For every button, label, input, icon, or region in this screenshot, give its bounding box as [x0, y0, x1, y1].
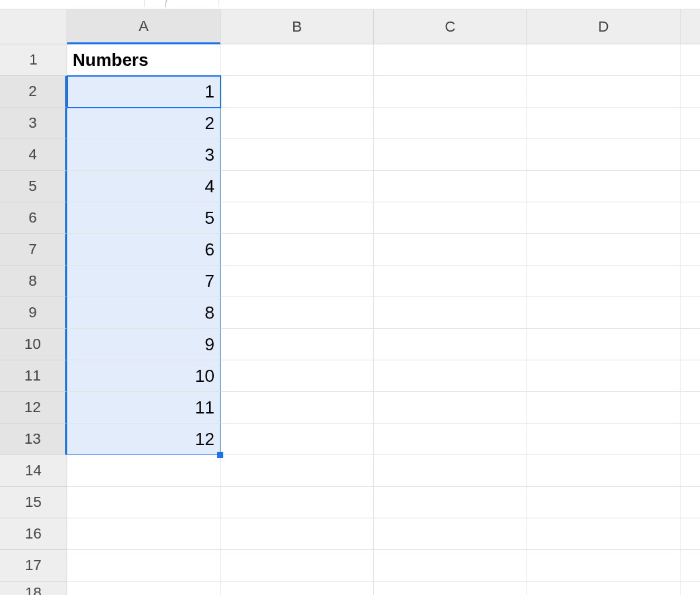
- cell[interactable]: [221, 455, 374, 487]
- cell[interactable]: Numbers: [67, 44, 221, 76]
- row-header[interactable]: 8: [0, 266, 67, 297]
- cell[interactable]: [374, 44, 527, 76]
- cell[interactable]: [527, 234, 680, 266]
- row-header[interactable]: 12: [0, 392, 67, 424]
- cell[interactable]: [680, 139, 700, 171]
- cell[interactable]: [680, 455, 700, 487]
- cell[interactable]: [221, 297, 374, 329]
- row-header[interactable]: 14: [0, 455, 67, 487]
- column-header[interactable]: A: [67, 9, 221, 44]
- cell[interactable]: [527, 202, 680, 234]
- cell[interactable]: [221, 329, 374, 360]
- cell[interactable]: [680, 202, 700, 234]
- row-header[interactable]: 5: [0, 171, 67, 202]
- cell[interactable]: [67, 550, 221, 582]
- cell[interactable]: [374, 392, 527, 424]
- cell[interactable]: [527, 44, 680, 76]
- cell[interactable]: [527, 329, 680, 360]
- column-header[interactable]: C: [374, 9, 527, 44]
- row-header[interactable]: 7: [0, 234, 67, 266]
- grid[interactable]: ABCD1Numbers2132435465768798109111012111…: [0, 9, 700, 595]
- cell[interactable]: [680, 76, 700, 108]
- cell[interactable]: [680, 550, 700, 582]
- cell[interactable]: [221, 360, 374, 392]
- cell[interactable]: [374, 424, 527, 455]
- cell[interactable]: [374, 329, 527, 360]
- cell[interactable]: [374, 171, 527, 202]
- cell[interactable]: [680, 360, 700, 392]
- cell[interactable]: [221, 582, 374, 595]
- cell[interactable]: [527, 550, 680, 582]
- cell[interactable]: [221, 108, 374, 139]
- select-all-corner[interactable]: [0, 9, 67, 44]
- cell[interactable]: [374, 202, 527, 234]
- cell[interactable]: [527, 424, 680, 455]
- row-header[interactable]: 1: [0, 44, 67, 76]
- cell[interactable]: [221, 424, 374, 455]
- cell[interactable]: [527, 392, 680, 424]
- cell[interactable]: 11: [67, 392, 221, 424]
- cell[interactable]: 7: [67, 266, 221, 297]
- cell[interactable]: [221, 266, 374, 297]
- cell[interactable]: [680, 487, 700, 518]
- cell[interactable]: [680, 424, 700, 455]
- cell[interactable]: [680, 44, 700, 76]
- cell[interactable]: 4: [67, 171, 221, 202]
- cell[interactable]: [221, 171, 374, 202]
- row-header[interactable]: 13: [0, 424, 67, 455]
- cell[interactable]: [527, 76, 680, 108]
- fill-handle[interactable]: [217, 452, 223, 458]
- cell[interactable]: [680, 266, 700, 297]
- cell[interactable]: [527, 171, 680, 202]
- cell[interactable]: [527, 360, 680, 392]
- column-header[interactable]: B: [221, 9, 374, 44]
- row-header[interactable]: 6: [0, 202, 67, 234]
- cell[interactable]: [221, 44, 374, 76]
- row-header[interactable]: 16: [0, 518, 67, 550]
- row-header[interactable]: 17: [0, 550, 67, 582]
- cell[interactable]: [221, 550, 374, 582]
- row-header[interactable]: 3: [0, 108, 67, 139]
- column-header[interactable]: [680, 9, 700, 44]
- cell[interactable]: 2: [67, 108, 221, 139]
- cell[interactable]: 3: [67, 139, 221, 171]
- cell[interactable]: [221, 392, 374, 424]
- cell[interactable]: [221, 234, 374, 266]
- cell[interactable]: [221, 139, 374, 171]
- row-header[interactable]: 18: [0, 582, 67, 595]
- cell[interactable]: [221, 487, 374, 518]
- cell[interactable]: [374, 76, 527, 108]
- cell[interactable]: [374, 487, 527, 518]
- cell[interactable]: [527, 266, 680, 297]
- cell[interactable]: 5: [67, 202, 221, 234]
- cell[interactable]: [67, 487, 221, 518]
- cell[interactable]: [374, 518, 527, 550]
- cell[interactable]: 8: [67, 297, 221, 329]
- cell[interactable]: [374, 582, 527, 595]
- row-header[interactable]: 4: [0, 139, 67, 171]
- row-header[interactable]: 2: [0, 76, 67, 108]
- column-header[interactable]: D: [527, 9, 680, 44]
- cell[interactable]: [374, 455, 527, 487]
- cell[interactable]: 9: [67, 329, 221, 360]
- row-header[interactable]: 11: [0, 360, 67, 392]
- row-header[interactable]: 15: [0, 487, 67, 518]
- cell[interactable]: [680, 329, 700, 360]
- cell[interactable]: [680, 234, 700, 266]
- cell[interactable]: 6: [67, 234, 221, 266]
- cell[interactable]: [374, 266, 527, 297]
- cell[interactable]: 12: [67, 424, 221, 455]
- cell[interactable]: [527, 139, 680, 171]
- cell[interactable]: [67, 582, 221, 595]
- cell[interactable]: [680, 392, 700, 424]
- cell[interactable]: [680, 108, 700, 139]
- cell[interactable]: [67, 518, 221, 550]
- cell[interactable]: [527, 487, 680, 518]
- cell[interactable]: [680, 171, 700, 202]
- cell[interactable]: [374, 139, 527, 171]
- cell[interactable]: 10: [67, 360, 221, 392]
- cell[interactable]: [527, 582, 680, 595]
- cell[interactable]: [527, 455, 680, 487]
- row-header[interactable]: 9: [0, 297, 67, 329]
- cell[interactable]: [221, 518, 374, 550]
